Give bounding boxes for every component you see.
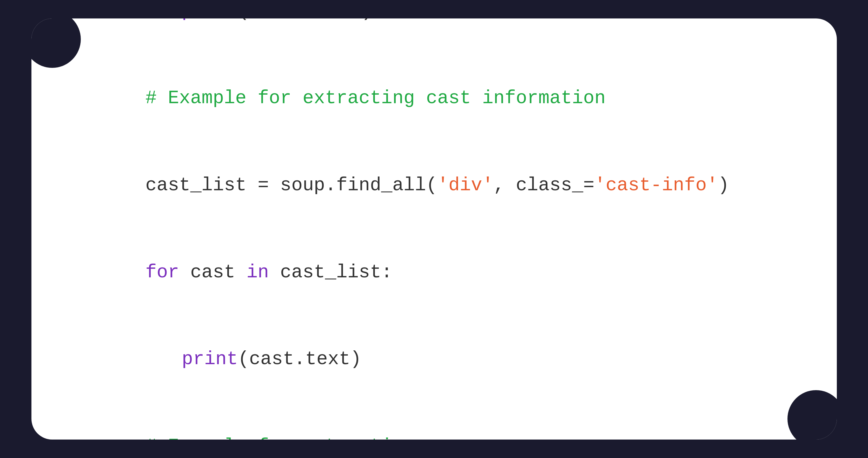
code-normal: , class_= [493,175,594,196]
line-comment2: # Example for extracting cast informatio… [78,55,729,142]
code-normal: cast [179,262,246,283]
func-print2: print [182,348,238,370]
string-div: 'div' [437,175,493,196]
line-print-title: print(title.text) [78,19,729,55]
comment-text-3: # Example for extracting genres [146,436,493,439]
func-print: print [182,19,238,22]
code-normal: cast_list: [269,262,392,283]
keyword-in2: in [247,262,269,283]
code-card: # Example for extracting movie titles ti… [31,19,837,439]
code-normal: cast_list = soup.find_all( [146,175,437,196]
line-cast-assign: cast_list = soup.find_all('div', class_=… [78,142,729,229]
line-for-cast: for cast in cast_list: [78,229,729,316]
code-normal: (title.text) [238,19,373,22]
string-cast-info: 'cast-info' [594,175,718,196]
comment-text-2: # Example for extracting cast informatio… [146,88,606,109]
line-comment3: # Example for extracting genres [78,403,729,439]
code-normal: ) [718,175,729,196]
keyword-for2: for [146,262,179,283]
line-print-cast: print(cast.text) [78,316,729,403]
code-block: # Example for extracting movie titles ti… [78,19,729,439]
code-normal: (cast.text) [238,348,361,370]
